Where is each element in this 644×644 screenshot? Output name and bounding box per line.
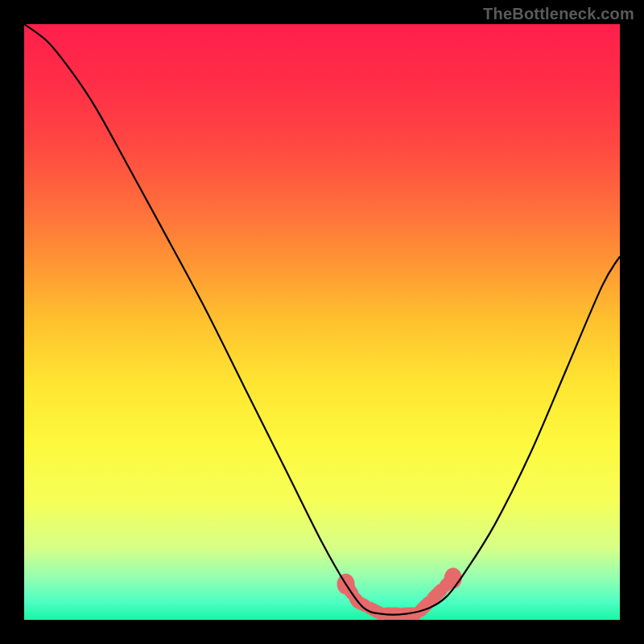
chart-svg [24, 24, 620, 620]
plot-area [24, 24, 620, 620]
watermark-text: TheBottleneck.com [483, 5, 634, 23]
svg-point-1 [444, 568, 462, 588]
chart-frame: TheBottleneck.com [0, 0, 644, 644]
chart-background [24, 24, 620, 620]
